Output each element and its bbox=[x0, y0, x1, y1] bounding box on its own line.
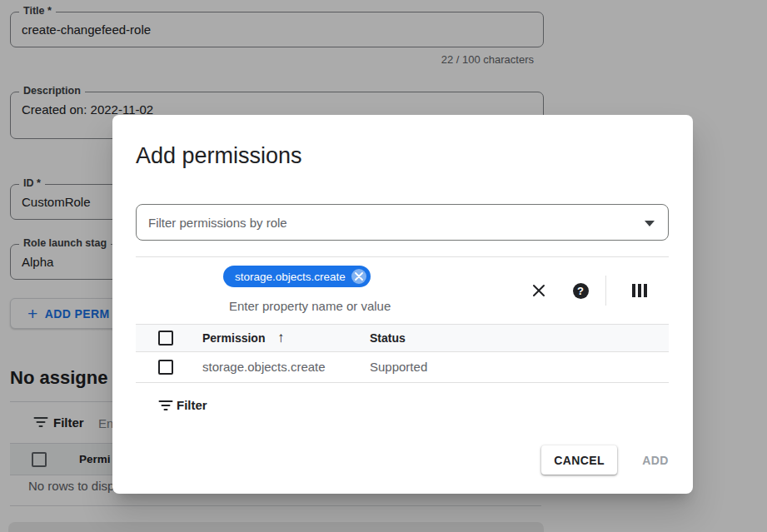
filter-chip[interactable]: storage.objects.create bbox=[223, 266, 371, 287]
role-dropdown-placeholder: Filter permissions by role bbox=[148, 216, 287, 230]
row-checkbox[interactable] bbox=[158, 360, 173, 375]
clear-filter-icon[interactable] bbox=[529, 281, 549, 301]
page: Title * create-changefeed-role 22 / 100 … bbox=[0, 0, 767, 532]
filter-permissions-by-role-dropdown[interactable]: Filter permissions by role bbox=[136, 204, 669, 241]
sort-ascending-icon[interactable]: ↑ bbox=[277, 330, 285, 346]
permission-column-header[interactable]: Permission bbox=[202, 331, 265, 345]
cancel-button[interactable]: CANCEL bbox=[541, 445, 617, 475]
chevron-down-icon bbox=[645, 221, 655, 226]
filter-list-icon bbox=[158, 400, 172, 411]
dialog-filter-label[interactable]: Filter bbox=[177, 398, 207, 412]
status-column-header[interactable]: Status bbox=[370, 331, 406, 345]
add-permissions-dialog: Add permissions Filter permissions by ro… bbox=[112, 115, 693, 494]
filter-chip-label: storage.objects.create bbox=[235, 271, 346, 283]
row-status-cell: Supported bbox=[370, 360, 427, 374]
help-icon[interactable]: ? bbox=[570, 281, 590, 301]
row-permission-cell: storage.objects.create bbox=[202, 360, 326, 374]
dialog-title: Add permissions bbox=[136, 143, 302, 169]
chip-remove-icon[interactable] bbox=[351, 269, 366, 284]
select-all-checkbox[interactable] bbox=[158, 331, 173, 346]
divider bbox=[605, 276, 606, 306]
dialog-filter-input[interactable]: Enter property name or value bbox=[229, 299, 391, 313]
add-button[interactable]: ADD bbox=[630, 445, 680, 475]
column-display-icon[interactable] bbox=[630, 281, 650, 301]
divider bbox=[136, 256, 669, 257]
